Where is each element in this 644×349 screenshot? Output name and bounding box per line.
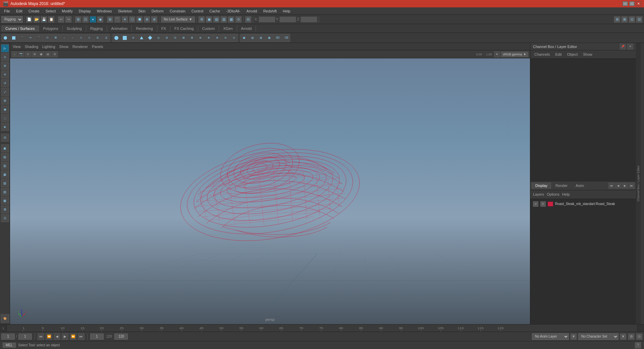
snap-to-grid[interactable]: ⊞ — [107, 16, 113, 23]
menu-edit[interactable]: Edit — [13, 8, 25, 14]
play-forward-button[interactable]: ▶ — [62, 333, 68, 340]
tool-diamond[interactable] — [146, 34, 154, 42]
disp-tab-render[interactable]: Render — [552, 183, 571, 189]
left-tool-mesh7[interactable]: ▩ — [1, 197, 9, 205]
y-field[interactable] — [279, 16, 296, 22]
tab-rigging[interactable]: Rigging — [86, 26, 107, 32]
lasso-tool-left[interactable]: ⊙ — [1, 53, 9, 61]
tool-extra-2[interactable]: ▤ — [249, 34, 257, 42]
title-bar-controls[interactable]: ─ □ ✕ — [623, 1, 641, 6]
channel-box-close[interactable]: ✕ — [627, 44, 633, 50]
tab-custom[interactable]: Custom — [198, 26, 219, 32]
render-btn-6[interactable]: ⊙ — [235, 16, 242, 23]
anim-layer-selector[interactable]: No Anim Layer — [532, 333, 569, 340]
disp-prev[interactable]: ⏮ — [608, 183, 614, 189]
left-tool-mesh6[interactable]: ▨ — [1, 188, 9, 196]
select-mode[interactable]: ● — [90, 16, 96, 23]
undo-button[interactable]: ↩ — [58, 16, 64, 23]
layer-item-1[interactable]: V P Roast_Steak_mb_standart:Roast_Steak — [532, 200, 635, 208]
menu-display[interactable]: Display — [76, 8, 94, 14]
menu-file[interactable]: File — [1, 8, 13, 14]
tool-nurbs-4[interactable]: ⊛ — [196, 34, 204, 42]
left-tool-snap[interactable]: ⊟ — [1, 134, 9, 142]
go-end-button[interactable]: ⏭ — [78, 333, 85, 340]
tool-7[interactable]: ⌘ — [52, 34, 60, 42]
range-start-input[interactable] — [90, 334, 104, 340]
right-panel-side-tab[interactable]: Channel Box / Layer Editor — [636, 43, 641, 324]
tool-cone[interactable] — [138, 34, 146, 42]
tool-cube[interactable] — [121, 34, 129, 42]
play-back-button[interactable]: ◀ — [54, 333, 60, 340]
vp-menu-shading[interactable]: Shading — [25, 45, 38, 49]
timeline-settings[interactable]: ⊙ — [636, 333, 643, 340]
menu-3dtoall[interactable]: -3DtoAll- — [223, 8, 243, 14]
left-tool-bottom[interactable]: 🎨 — [1, 314, 9, 323]
viewport-3d[interactable]: .grid-line { stroke: #5a7a8a; stroke-wid… — [10, 58, 530, 324]
show-manip-left[interactable]: ◈ — [1, 123, 9, 131]
right-tool-3[interactable]: ⊡ — [629, 16, 635, 23]
scale-tool-left[interactable]: ⤢ — [1, 88, 9, 96]
universal-manip-tool[interactable]: ⊞ — [1, 97, 9, 105]
tool-extra-1[interactable]: ▣ — [240, 34, 248, 42]
menu-arnold[interactable]: Arnold — [244, 8, 260, 14]
rotate-tool-left[interactable]: ↺ — [1, 79, 9, 87]
tool-nurbs-2[interactable]: ⊠ — [179, 34, 187, 42]
close-button[interactable]: ✕ — [636, 1, 641, 6]
disp-tab-display[interactable]: Display — [532, 183, 551, 189]
render-btn-4[interactable]: ▥ — [220, 16, 227, 23]
left-tool-mesh8[interactable]: ⊠ — [1, 205, 9, 213]
tab-animation[interactable]: Animation — [107, 26, 132, 32]
paint-select-tool[interactable]: ⊕ — [1, 62, 9, 70]
vp-home[interactable]: ⌂ — [11, 51, 17, 57]
tool-3[interactable]: ⌒ — [18, 34, 26, 42]
vp-shading[interactable]: ▣ — [38, 51, 44, 57]
snap-to-view[interactable]: ⬡ — [129, 16, 136, 23]
tab-fx-caching[interactable]: FX Caching — [170, 26, 198, 32]
menu-skin[interactable]: Skin — [136, 8, 148, 14]
tool-extra-5[interactable]: ⌦ — [274, 34, 282, 42]
playback-settings[interactable]: ⚙ — [628, 333, 635, 340]
vp-menu-lighting[interactable]: Lighting — [42, 45, 55, 49]
layer-tab-options[interactable]: Options — [547, 192, 559, 196]
vp-menu-panels[interactable]: Panels — [92, 45, 103, 49]
help-line-icon[interactable]: ? — [635, 342, 641, 349]
left-tool-mesh2[interactable]: ▤ — [1, 153, 9, 161]
tool-nurbs-6[interactable]: ⊕ — [213, 34, 221, 42]
timeline-track[interactable]: 1 5 10 15 20 25 30 35 40 45 50 55 60 — [7, 325, 637, 332]
tool-5[interactable]: ⌒ — [35, 34, 43, 42]
layer-v-check[interactable]: V — [533, 201, 538, 207]
move-tool-left[interactable]: ✛ — [1, 70, 9, 79]
current-frame-input[interactable] — [1, 334, 15, 340]
tool-square[interactable] — [10, 34, 18, 42]
disp-next[interactable]: ⏭ — [629, 183, 635, 189]
tool-extra-6[interactable]: ⌫ — [282, 34, 290, 42]
right-tool-2[interactable]: ⊠ — [621, 16, 628, 23]
tool-6[interactable]: ⊓ — [43, 34, 51, 42]
sculpt-tool-left[interactable]: ◌ — [1, 114, 9, 122]
script-mode-button[interactable]: MEL — [3, 343, 16, 348]
left-tool-mesh4[interactable]: ▦ — [1, 170, 9, 179]
tool-nurbs-8[interactable]: ⊙ — [230, 34, 238, 42]
snap-btn-6[interactable]: ⊗ — [151, 16, 158, 23]
vp-textured[interactable]: ▤ — [45, 51, 51, 57]
soft-mod-tool-left[interactable]: ◉ — [1, 105, 9, 113]
tool-circle[interactable] — [1, 34, 9, 42]
step-forward-button[interactable]: ⏩ — [70, 333, 76, 340]
ch-tab-show[interactable]: Show — [582, 52, 594, 57]
select-by-component[interactable]: ⊡ — [82, 16, 89, 23]
menu-control[interactable]: Control — [189, 8, 206, 14]
channel-box-pin[interactable]: 📌 — [620, 44, 626, 50]
vp-wireframe[interactable]: ⊞ — [32, 51, 38, 57]
vp-menu-renderer[interactable]: Renderer — [72, 45, 88, 49]
select-by-hierarchy[interactable]: ⊞ — [75, 16, 82, 23]
menu-redshift[interactable]: Redshift — [261, 8, 279, 14]
menu-create[interactable]: Create — [26, 8, 42, 14]
menu-deform[interactable]: Deform — [149, 8, 166, 14]
layer-tab-help[interactable]: Help — [562, 192, 570, 196]
live-surface-button[interactable]: No Live Surface ▼ — [161, 16, 195, 23]
character-set-selector[interactable]: No Character Set — [578, 333, 619, 340]
tool-10[interactable]: ⊃ — [77, 34, 85, 42]
tab-fx[interactable]: FX — [157, 26, 170, 32]
tool-11[interactable]: ⊂ — [85, 34, 93, 42]
ch-tab-channels[interactable]: Channels — [533, 52, 551, 57]
